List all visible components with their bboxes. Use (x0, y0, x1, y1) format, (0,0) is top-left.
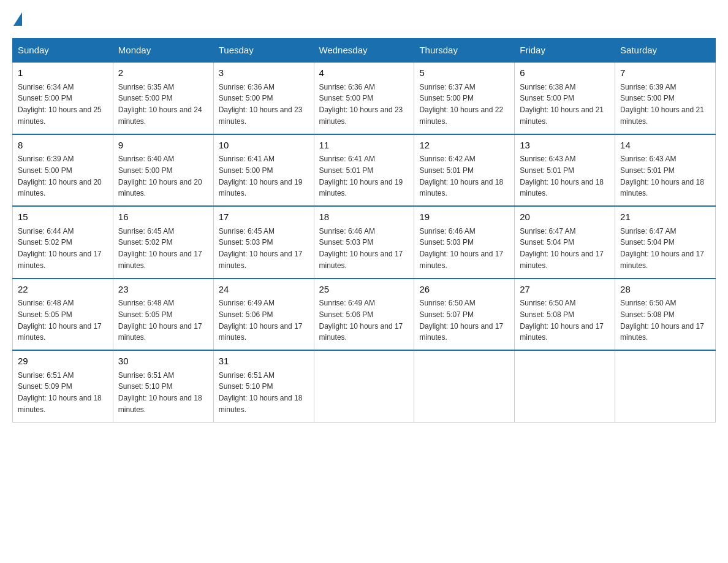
calendar-table: SundayMondayTuesdayWednesdayThursdayFrid… (12, 38, 716, 423)
day-number: 17 (219, 210, 309, 224)
calendar-cell: 3 Sunrise: 6:36 AMSunset: 5:00 PMDayligh… (213, 62, 314, 134)
calendar-cell: 27 Sunrise: 6:50 AMSunset: 5:08 PMDaylig… (515, 278, 615, 351)
day-info: Sunrise: 6:43 AMSunset: 5:01 PMDaylight:… (620, 155, 704, 197)
calendar-cell: 28 Sunrise: 6:50 AMSunset: 5:08 PMDaylig… (615, 278, 716, 351)
header-cell-saturday: Saturday (615, 39, 716, 63)
day-info: Sunrise: 6:42 AMSunset: 5:01 PMDaylight:… (419, 155, 503, 197)
calendar-cell (515, 350, 615, 422)
day-number: 23 (118, 283, 208, 297)
day-info: Sunrise: 6:36 AMSunset: 5:00 PMDaylight:… (319, 83, 403, 126)
calendar-cell: 30 Sunrise: 6:51 AMSunset: 5:10 PMDaylig… (113, 350, 213, 422)
calendar-week-4: 22 Sunrise: 6:48 AMSunset: 5:05 PMDaylig… (13, 278, 716, 351)
page-header (12, 12, 716, 26)
day-number: 1 (18, 66, 108, 80)
day-info: Sunrise: 6:49 AMSunset: 5:06 PMDaylight:… (219, 299, 303, 342)
calendar-cell: 26 Sunrise: 6:50 AMSunset: 5:07 PMDaylig… (414, 278, 515, 351)
day-info: Sunrise: 6:45 AMSunset: 5:02 PMDaylight:… (118, 227, 202, 270)
calendar-header: SundayMondayTuesdayWednesdayThursdayFrid… (13, 39, 716, 63)
day-number: 25 (319, 283, 409, 297)
day-number: 28 (620, 283, 710, 297)
calendar-week-1: 1 Sunrise: 6:34 AMSunset: 5:00 PMDayligh… (13, 62, 716, 134)
day-number: 10 (219, 139, 309, 153)
day-number: 11 (319, 139, 409, 153)
calendar-cell: 13 Sunrise: 6:43 AMSunset: 5:01 PMDaylig… (515, 134, 615, 207)
calendar-cell: 1 Sunrise: 6:34 AMSunset: 5:00 PMDayligh… (13, 62, 113, 134)
day-info: Sunrise: 6:46 AMSunset: 5:03 PMDaylight:… (319, 227, 403, 270)
calendar-week-3: 15 Sunrise: 6:44 AMSunset: 5:02 PMDaylig… (13, 206, 716, 278)
calendar-week-5: 29 Sunrise: 6:51 AMSunset: 5:09 PMDaylig… (13, 350, 716, 422)
calendar-week-2: 8 Sunrise: 6:39 AMSunset: 5:00 PMDayligh… (13, 134, 716, 207)
calendar-cell: 25 Sunrise: 6:49 AMSunset: 5:06 PMDaylig… (314, 278, 414, 351)
day-info: Sunrise: 6:43 AMSunset: 5:01 PMDaylight:… (520, 155, 604, 197)
header-cell-thursday: Thursday (414, 39, 515, 63)
header-cell-wednesday: Wednesday (314, 39, 414, 63)
day-info: Sunrise: 6:41 AMSunset: 5:00 PMDaylight:… (219, 155, 303, 197)
calendar-cell: 20 Sunrise: 6:47 AMSunset: 5:04 PMDaylig… (515, 206, 615, 278)
day-info: Sunrise: 6:47 AMSunset: 5:04 PMDaylight:… (520, 227, 604, 270)
day-number: 2 (118, 66, 208, 80)
day-number: 14 (620, 139, 710, 153)
logo (12, 12, 22, 26)
day-number: 4 (319, 66, 409, 80)
day-info: Sunrise: 6:44 AMSunset: 5:02 PMDaylight:… (18, 227, 102, 270)
day-info: Sunrise: 6:36 AMSunset: 5:00 PMDaylight:… (219, 83, 303, 126)
day-number: 13 (520, 139, 610, 153)
calendar-cell: 10 Sunrise: 6:41 AMSunset: 5:00 PMDaylig… (213, 134, 314, 207)
calendar-cell (314, 350, 414, 422)
header-cell-friday: Friday (515, 39, 615, 63)
calendar-cell: 19 Sunrise: 6:46 AMSunset: 5:03 PMDaylig… (414, 206, 515, 278)
day-number: 21 (620, 210, 710, 224)
calendar-body: 1 Sunrise: 6:34 AMSunset: 5:00 PMDayligh… (13, 62, 716, 422)
calendar-cell: 22 Sunrise: 6:48 AMSunset: 5:05 PMDaylig… (13, 278, 113, 351)
day-info: Sunrise: 6:40 AMSunset: 5:00 PMDaylight:… (118, 155, 202, 197)
calendar-cell: 4 Sunrise: 6:36 AMSunset: 5:00 PMDayligh… (314, 62, 414, 134)
calendar-cell: 5 Sunrise: 6:37 AMSunset: 5:00 PMDayligh… (414, 62, 515, 134)
calendar-cell (615, 350, 716, 422)
calendar-cell: 7 Sunrise: 6:39 AMSunset: 5:00 PMDayligh… (615, 62, 716, 134)
day-number: 12 (419, 139, 509, 153)
day-info: Sunrise: 6:48 AMSunset: 5:05 PMDaylight:… (18, 299, 102, 342)
day-info: Sunrise: 6:38 AMSunset: 5:00 PMDaylight:… (520, 83, 604, 126)
calendar-cell (414, 350, 515, 422)
day-number: 8 (18, 139, 108, 153)
calendar-cell: 29 Sunrise: 6:51 AMSunset: 5:09 PMDaylig… (13, 350, 113, 422)
calendar-cell: 31 Sunrise: 6:51 AMSunset: 5:10 PMDaylig… (213, 350, 314, 422)
day-info: Sunrise: 6:51 AMSunset: 5:10 PMDaylight:… (219, 371, 303, 414)
calendar-cell: 6 Sunrise: 6:38 AMSunset: 5:00 PMDayligh… (515, 62, 615, 134)
day-info: Sunrise: 6:51 AMSunset: 5:10 PMDaylight:… (118, 371, 202, 414)
day-number: 16 (118, 210, 208, 224)
day-info: Sunrise: 6:34 AMSunset: 5:00 PMDaylight:… (18, 83, 102, 126)
day-number: 3 (219, 66, 309, 80)
day-info: Sunrise: 6:37 AMSunset: 5:00 PMDaylight:… (419, 83, 503, 126)
calendar-cell: 9 Sunrise: 6:40 AMSunset: 5:00 PMDayligh… (113, 134, 213, 207)
day-number: 27 (520, 283, 610, 297)
day-info: Sunrise: 6:45 AMSunset: 5:03 PMDaylight:… (219, 227, 303, 270)
header-cell-sunday: Sunday (13, 39, 113, 63)
day-number: 18 (319, 210, 409, 224)
day-info: Sunrise: 6:50 AMSunset: 5:08 PMDaylight:… (520, 299, 604, 342)
calendar-cell: 12 Sunrise: 6:42 AMSunset: 5:01 PMDaylig… (414, 134, 515, 207)
calendar-cell: 11 Sunrise: 6:41 AMSunset: 5:01 PMDaylig… (314, 134, 414, 207)
calendar-cell: 2 Sunrise: 6:35 AMSunset: 5:00 PMDayligh… (113, 62, 213, 134)
calendar-cell: 21 Sunrise: 6:47 AMSunset: 5:04 PMDaylig… (615, 206, 716, 278)
day-number: 19 (419, 210, 509, 224)
day-info: Sunrise: 6:50 AMSunset: 5:08 PMDaylight:… (620, 299, 704, 342)
day-number: 24 (219, 283, 309, 297)
calendar-cell: 23 Sunrise: 6:48 AMSunset: 5:05 PMDaylig… (113, 278, 213, 351)
day-number: 31 (219, 354, 309, 369)
day-number: 7 (620, 66, 710, 80)
day-info: Sunrise: 6:39 AMSunset: 5:00 PMDaylight:… (18, 155, 102, 197)
day-info: Sunrise: 6:35 AMSunset: 5:00 PMDaylight:… (118, 83, 202, 126)
day-info: Sunrise: 6:48 AMSunset: 5:05 PMDaylight:… (118, 299, 202, 342)
day-info: Sunrise: 6:47 AMSunset: 5:04 PMDaylight:… (620, 227, 704, 270)
day-info: Sunrise: 6:51 AMSunset: 5:09 PMDaylight:… (18, 371, 102, 414)
day-number: 29 (18, 354, 108, 369)
day-info: Sunrise: 6:39 AMSunset: 5:00 PMDaylight:… (620, 83, 704, 126)
day-info: Sunrise: 6:41 AMSunset: 5:01 PMDaylight:… (319, 155, 403, 197)
day-number: 15 (18, 210, 108, 224)
day-number: 22 (18, 283, 108, 297)
day-number: 20 (520, 210, 610, 224)
day-info: Sunrise: 6:49 AMSunset: 5:06 PMDaylight:… (319, 299, 403, 342)
header-cell-monday: Monday (113, 39, 213, 63)
day-number: 30 (118, 354, 208, 369)
